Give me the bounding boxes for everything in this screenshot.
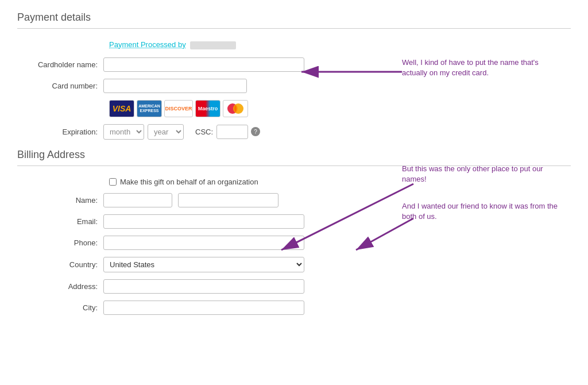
address-input[interactable] <box>103 279 304 294</box>
month-select[interactable]: month 010203 040506 070809 101112 <box>103 124 144 140</box>
annotation-names: But this was the only other place to put… <box>402 164 568 184</box>
visa-icon: VISA <box>109 100 134 117</box>
card-number-label: Card number: <box>17 82 103 90</box>
payment-processed-row: Payment Processed by <box>109 40 571 49</box>
annotation-both: And I wanted our friend to know it was f… <box>402 201 568 222</box>
city-input[interactable] <box>103 301 304 315</box>
cardholder-name-input[interactable] <box>103 57 304 72</box>
discover-icon: DISCOVER <box>164 100 193 117</box>
phone-row: Phone: <box>17 236 571 250</box>
amex-icon: AMERICANEXPRESS <box>137 100 162 117</box>
csc-input[interactable] <box>216 125 248 139</box>
city-label: City: <box>17 303 103 312</box>
payment-divider <box>17 28 571 29</box>
email-label: Email: <box>17 217 103 226</box>
city-row: City: <box>17 301 571 315</box>
billing-section-title: Billing Address <box>17 149 571 161</box>
phone-label: Phone: <box>17 238 103 247</box>
address-label: Address: <box>17 282 103 291</box>
address-row: Address: <box>17 279 571 294</box>
card-number-input[interactable] <box>103 79 247 93</box>
maestro-icon: Maestro <box>195 100 220 117</box>
country-row: Country: United States Canada United Kin… <box>17 257 571 272</box>
csc-label: CSC: <box>195 128 213 136</box>
last-name-input[interactable] <box>178 193 278 207</box>
annotation-cardholder: Well, I kind of have to put the name tha… <box>402 57 557 78</box>
payment-processor-logo <box>190 41 236 49</box>
country-select[interactable]: United States Canada United Kingdom <box>103 257 304 272</box>
payment-section-title: Payment details <box>17 11 571 24</box>
year-select[interactable]: year 202420252026 202720282029 <box>148 124 184 140</box>
csc-help-icon[interactable]: ? <box>251 127 260 136</box>
name-label: Name: <box>17 196 103 205</box>
cardholder-name-label: Cardholder name: <box>17 60 103 69</box>
expiration-row: Expiration: month 010203 040506 070809 1… <box>17 124 571 140</box>
payment-processed-label: Payment Processed by <box>109 40 186 49</box>
expiration-label: Expiration: <box>17 128 103 136</box>
organization-checkbox[interactable] <box>109 178 117 186</box>
email-input[interactable] <box>103 214 304 229</box>
first-name-input[interactable] <box>103 193 172 207</box>
organization-checkbox-label: Make this gift on behalf of an organizat… <box>120 178 258 186</box>
name-inputs <box>103 193 278 207</box>
country-label: Country: <box>17 260 103 269</box>
card-icons-row: VISA AMERICANEXPRESS DISCOVER Maestro <box>109 100 571 117</box>
card-number-row: Card number: <box>17 79 571 93</box>
mastercard-icon <box>223 100 248 117</box>
phone-input[interactable] <box>103 236 304 250</box>
